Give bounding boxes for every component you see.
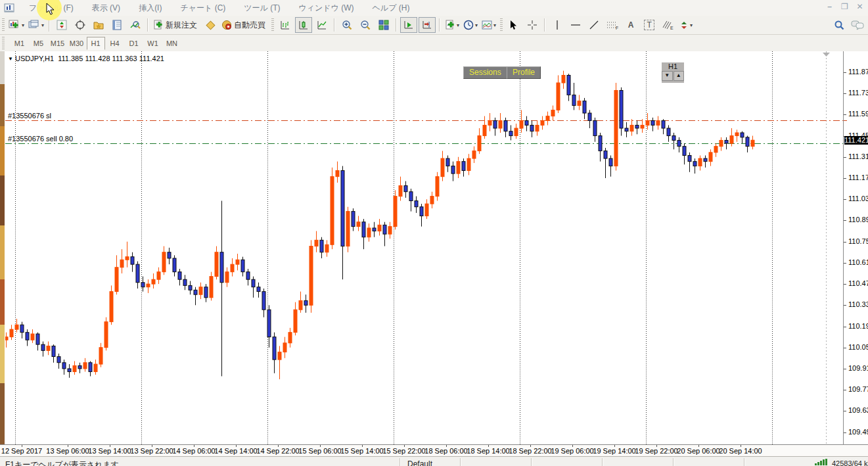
- time-axis[interactable]: 12 Sep 201713 Sep 06:0013 Sep 14:0013 Se…: [0, 444, 868, 457]
- bar-chart-button[interactable]: [277, 17, 294, 33]
- price-label: 110.890: [848, 216, 868, 223]
- horizontal-line-tool[interactable]: [567, 17, 584, 33]
- svg-text:E: E: [670, 26, 674, 30]
- price-tick: [844, 390, 846, 390]
- tf-up-button[interactable]: ▲: [674, 71, 685, 81]
- menu-item-5[interactable]: ウィンドウ (W): [290, 1, 363, 16]
- shapes-tool[interactable]: E: [659, 17, 676, 33]
- price-tick: [844, 411, 846, 411]
- close-button[interactable]: ✕: [854, 2, 865, 12]
- profile-button[interactable]: Profile: [507, 66, 541, 79]
- order-line-label-0: #13550676 sl: [8, 112, 51, 120]
- timeframe-h4[interactable]: H4: [106, 37, 124, 50]
- timeframe-bar: M1M5M15M30H1H4D1W1MN: [0, 35, 868, 52]
- metaeditor-button[interactable]: [202, 17, 219, 33]
- menu-item-2[interactable]: 挿入(I): [129, 1, 171, 16]
- minimize-button[interactable]: –: [824, 2, 835, 12]
- time-label: 20 Sep 06:00: [677, 447, 720, 455]
- price-tick: [844, 114, 846, 115]
- menu-item-1[interactable]: 表示 (V): [83, 1, 129, 16]
- menu-item-6[interactable]: ヘルプ (H): [363, 1, 419, 16]
- price-tick: [844, 178, 846, 179]
- status-profile-name[interactable]: Default: [407, 459, 432, 466]
- timeframe-h1[interactable]: H1: [87, 37, 105, 50]
- search-icon[interactable]: [834, 20, 844, 30]
- templates-button[interactable]: ▾: [480, 17, 497, 33]
- tf-down-button[interactable]: ▼: [662, 71, 673, 81]
- periods-button[interactable]: ▾: [462, 17, 479, 33]
- data-window-button[interactable]: [72, 17, 89, 33]
- price-axis[interactable]: 111.421 111.870111.730111.590111.450111.…: [843, 51, 868, 444]
- toolbar-grip[interactable]: [2, 37, 5, 50]
- price-label: 109.630: [848, 406, 868, 414]
- price-label: 111.310: [848, 152, 868, 160]
- toolbar-separator: [334, 18, 335, 32]
- toolbar-grip[interactable]: [271, 18, 274, 32]
- restore-button[interactable]: ❐: [839, 2, 850, 12]
- toolbar-grip[interactable]: [500, 18, 503, 32]
- connection-signal-icon[interactable]: [815, 459, 829, 465]
- mt4-window: { "menu": { "items": ["ファイル (F)","表示 (V)…: [0, 0, 868, 466]
- fibonacci-tool[interactable]: F: [604, 17, 621, 33]
- timeframe-mn[interactable]: MN: [163, 37, 181, 50]
- line-chart-button[interactable]: [313, 17, 331, 33]
- time-label: 18 Sep 22:00: [509, 447, 551, 455]
- chart-shift-button[interactable]: [419, 17, 436, 33]
- crosshair-tool-button[interactable]: [524, 17, 541, 33]
- toolbar-separator: [49, 18, 50, 32]
- auto-scroll-button[interactable]: [400, 17, 417, 33]
- timeframe-m5[interactable]: M5: [30, 37, 48, 50]
- time-label: 19 Sep 06:00: [551, 447, 593, 455]
- vertical-line-tool[interactable]: [549, 17, 566, 33]
- candlestick-chart[interactable]: #13550676 sl#13550676 sell 0.80: [5, 51, 843, 444]
- profiles-button[interactable]: ▾: [27, 17, 45, 33]
- menu-item-4[interactable]: ツール (T): [235, 1, 289, 16]
- autotrading-button[interactable]: 自動売買: [220, 17, 269, 33]
- status-help-text: F1キーでヘルプが表示されます: [5, 459, 119, 466]
- time-label: 13 Sep 22:00: [130, 447, 173, 455]
- toolbar-separator: [147, 18, 148, 32]
- chat-icon[interactable]: [851, 20, 864, 30]
- price-tick: [844, 432, 846, 433]
- new-order-button[interactable]: 新規注文: [152, 17, 200, 33]
- order-line-label-1: #13550676 sell 0.80: [8, 135, 73, 143]
- symbol-dropdown-icon[interactable]: ▼: [8, 56, 13, 62]
- price-tick: [844, 199, 846, 200]
- status-divider: [602, 458, 603, 466]
- trendline-tool[interactable]: [585, 17, 603, 33]
- toolbar-grip[interactable]: [2, 18, 5, 32]
- timeframe-m1[interactable]: M1: [11, 37, 29, 50]
- timeframe-w1[interactable]: W1: [144, 37, 162, 50]
- timeframe-m30[interactable]: M30: [68, 37, 86, 50]
- tile-windows-button[interactable]: [375, 17, 392, 33]
- sessions-button[interactable]: Sessions: [463, 66, 507, 79]
- indicators-button[interactable]: ▾: [444, 17, 461, 33]
- new-order-label: 新規注文: [164, 20, 199, 31]
- text-label-tool[interactable]: T: [641, 17, 658, 33]
- time-label: 14 Sep 22:00: [256, 447, 299, 455]
- tf-switcher-panel: H1 ▼ ▲: [662, 62, 684, 83]
- toolbar: ▾ ▾ ★ 新規注文 自動売買: [0, 16, 868, 35]
- strategy-tester-button[interactable]: [127, 17, 144, 33]
- menu-item-3[interactable]: チャート (C): [171, 1, 235, 16]
- time-label: 19 Sep 14:00: [593, 447, 635, 455]
- time-label: 18 Sep 14:00: [467, 447, 509, 455]
- chevron-down-icon: ▾: [493, 22, 496, 28]
- price-tick: [844, 263, 846, 264]
- cursor-tool-button[interactable]: [505, 17, 522, 33]
- price-tick: [844, 327, 846, 327]
- market-watch-button[interactable]: [53, 17, 70, 33]
- candlestick-chart-button[interactable]: [295, 17, 312, 33]
- zoom-in-button[interactable]: [338, 17, 355, 33]
- price-label: 109.490: [848, 428, 868, 436]
- new-chart-button[interactable]: ▾: [7, 17, 26, 33]
- timeframe-d1[interactable]: D1: [125, 37, 143, 50]
- terminal-button[interactable]: [108, 17, 126, 33]
- arrows-tool[interactable]: ▾: [677, 17, 695, 33]
- navigator-button[interactable]: ★: [90, 17, 107, 33]
- text-tool[interactable]: A: [622, 17, 639, 33]
- status-divider: [460, 458, 461, 466]
- timeframe-m15[interactable]: M15: [49, 37, 67, 50]
- status-divider: [673, 458, 674, 466]
- zoom-out-button[interactable]: [357, 17, 374, 33]
